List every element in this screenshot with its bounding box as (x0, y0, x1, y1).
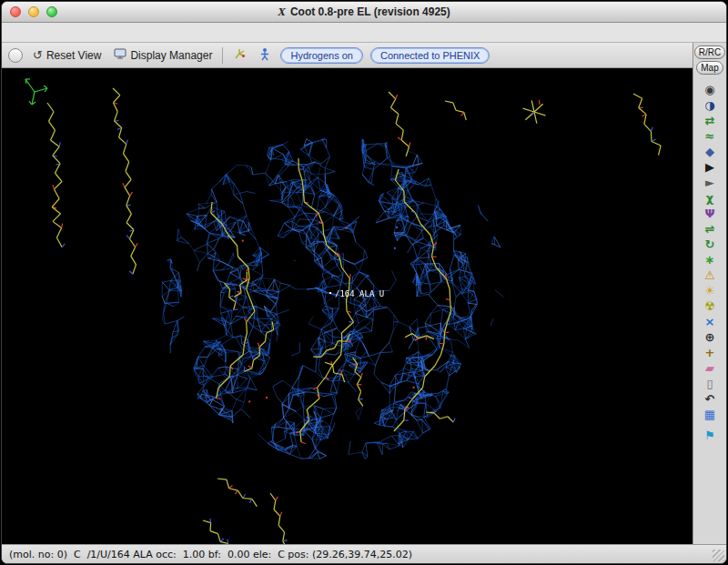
molecular-viewport[interactable] (2, 68, 693, 544)
icon-glyph: ☢ (704, 300, 715, 312)
rotate-translate-button[interactable]: ▶ (699, 159, 721, 174)
menu-calculate[interactable] (35, 31, 47, 35)
icon-glyph: ◑ (704, 99, 714, 111)
icon-glyph: ► (705, 177, 714, 188)
icon-glyph: ▦ (704, 409, 715, 420)
geometry-check-button[interactable]: ⚠ (699, 267, 721, 282)
resize-grip[interactable] (713, 550, 724, 561)
reset-view-icon: ↺ (33, 49, 43, 61)
environment-distances-button[interactable]: ∗ (699, 252, 721, 267)
delete-item-button[interactable]: ▯ (699, 376, 721, 390)
zoom-button[interactable] (46, 6, 57, 17)
flip-peptide-button[interactable]: ⇌ (699, 221, 721, 236)
status-text: (mol. no: 0) C /1/U/164 ALA occ: 1.00 bf… (9, 549, 412, 560)
mutate-button[interactable]: Ψ (699, 206, 721, 220)
clash-check-button[interactable]: ☀ (699, 283, 721, 298)
display-manager-icon (114, 48, 126, 62)
run-refmac-button[interactable]: ▦ (699, 407, 721, 421)
icon-glyph: ▯ (706, 378, 713, 389)
toolbar-overflow-button[interactable] (8, 48, 23, 63)
ligand-builder-button[interactable] (230, 45, 249, 66)
menu-validate[interactable] (73, 31, 86, 35)
cut-button[interactable]: × (699, 314, 721, 328)
menu-measures[interactable] (60, 31, 73, 35)
edit-chi-angles-button[interactable]: χ (699, 190, 721, 205)
reset-view-label: Reset View (46, 49, 101, 62)
display-control-button[interactable]: ◉ (699, 82, 721, 96)
menu-draw[interactable] (47, 31, 60, 35)
minimize-button[interactable] (28, 6, 39, 17)
icon-glyph: ☀ (704, 285, 715, 297)
main-toolbar: ↺ Reset View Display Manager (2, 43, 693, 68)
person-icon (259, 47, 270, 64)
titlebar[interactable]: X Coot 0.8-pre EL (revision 4925) (2, 2, 726, 23)
map-button[interactable]: Map (696, 61, 723, 75)
regularize-button[interactable]: ≈ (699, 128, 721, 143)
coot-window: X Coot 0.8-pre EL (revision 4925) ↺ Rese… (1, 1, 727, 564)
icon-glyph: ⇄ (705, 115, 715, 126)
display-manager-label: Display Manager (130, 49, 212, 62)
icon-glyph: ↻ (705, 238, 715, 250)
display-manager-button[interactable]: Display Manager (111, 46, 215, 64)
icon-glyph: ▰ (705, 362, 714, 374)
icon-glyph: × (705, 316, 715, 328)
right-toolbar: R/RC Map ◉ ◑ ⇄ ≈ ◆ ▶ ► χ (693, 43, 726, 544)
refine-button[interactable]: ⇄ (699, 113, 721, 127)
window-title: X Coot 0.8-pre EL (revision 4925) (278, 5, 450, 19)
menubar (2, 23, 726, 43)
validation-figure-button[interactable] (257, 45, 273, 66)
menu-about[interactable] (98, 31, 111, 35)
auto-fit-rotamer-button[interactable]: ► (699, 175, 721, 189)
right-icon-strip: ◉ ◑ ⇄ ≈ ◆ ▶ ► χ Ψ ⇌ (699, 82, 721, 442)
icon-glyph: χ (706, 192, 713, 204)
menu-extensions[interactable] (111, 31, 124, 35)
icon-glyph: Ψ (704, 207, 714, 219)
traffic-lights (10, 6, 57, 17)
icon-glyph: ⚠ (704, 269, 715, 281)
icon-glyph: ◆ (705, 146, 714, 157)
close-button[interactable] (10, 6, 21, 17)
r-rc-button[interactable]: R/RC (694, 45, 725, 59)
phenix-connection-status[interactable]: Connected to PHENIX (370, 47, 490, 64)
menu-hid[interactable] (86, 31, 98, 35)
radiation-hazard-button[interactable]: ☢ (699, 298, 721, 313)
fixed-atoms-button[interactable]: ◆ (699, 144, 721, 158)
side-chain-180-button[interactable]: ↻ (699, 237, 721, 251)
icon-glyph: ⊕ (705, 331, 715, 343)
icon-glyph: ▶ (705, 161, 714, 173)
ligand-icon (233, 47, 247, 64)
reset-view-button[interactable]: ↺ Reset View (30, 47, 104, 64)
statusbar: (mol. no: 0) C /1/U/164 ALA occ: 1.00 bf… (2, 544, 726, 563)
icon-glyph: ⚑ (704, 429, 715, 441)
icon-glyph: + (705, 347, 715, 358)
toolbar-separator (222, 47, 223, 64)
icon-glyph: ⇌ (705, 223, 715, 235)
rfree-flag-button[interactable]: ⚑ (699, 428, 721, 442)
icon-glyph: ↶ (705, 393, 715, 405)
menu-file[interactable] (9, 31, 22, 35)
icon-glyph: ≈ (705, 130, 715, 142)
undo-button[interactable]: ↶ (699, 391, 721, 406)
hydrogens-toggle[interactable]: Hydrogens on (280, 47, 363, 64)
goto-atom-button[interactable]: ◑ (699, 97, 721, 112)
menu-phenix[interactable] (124, 31, 136, 35)
x11-icon: X (278, 5, 286, 19)
icon-glyph: ◉ (704, 84, 714, 96)
eraser-button[interactable]: ▰ (699, 360, 721, 375)
icon-glyph: ∗ (705, 254, 715, 266)
recentre-button[interactable]: ⊕ (699, 329, 721, 344)
menu-edit[interactable] (22, 31, 35, 35)
add-atom-button[interactable]: + (699, 345, 721, 359)
window-title-text: Coot 0.8-pre EL (revision 4925) (290, 5, 450, 18)
